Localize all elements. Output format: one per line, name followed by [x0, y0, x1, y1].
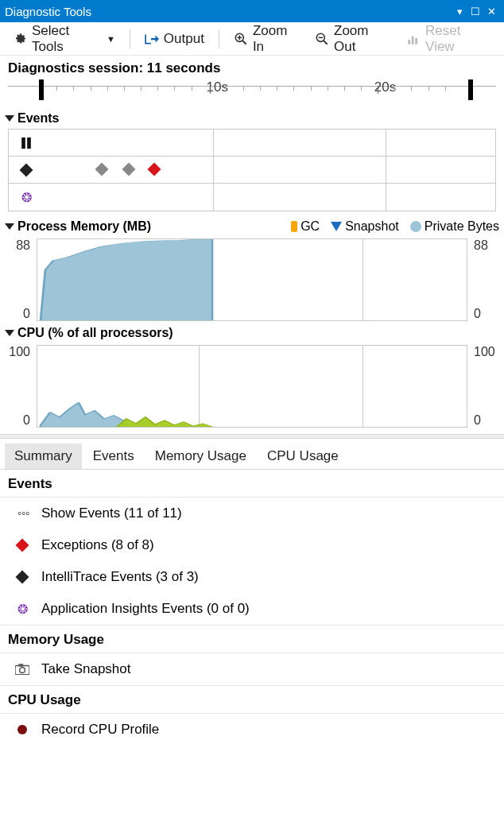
- timeline-ruler[interactable]: 10s 20s: [8, 79, 496, 108]
- maximize-icon[interactable]: ☐: [467, 6, 483, 17]
- svg-rect-8: [412, 36, 414, 44]
- memory-section-title: Process Memory (MB): [17, 219, 151, 234]
- chart-icon: [406, 32, 421, 46]
- cpu-y-max-r: 100: [474, 345, 495, 359]
- cpu-y-min: 0: [23, 413, 30, 428]
- zoom-in-icon: [234, 32, 248, 46]
- cpu-y-max: 100: [9, 345, 30, 359]
- zoom-in-button[interactable]: Zoom In: [229, 20, 305, 58]
- summary-memory-title: Memory Usage: [0, 625, 504, 653]
- record-icon: [14, 725, 30, 734]
- output-button[interactable]: Output: [140, 28, 209, 50]
- output-label: Output: [164, 31, 204, 47]
- selection-end-handle[interactable]: [468, 79, 473, 100]
- gc-legend-label: GC: [300, 219, 320, 234]
- memory-section-header[interactable]: Process Memory (MB) GC Snapshot Private …: [0, 216, 504, 235]
- svg-rect-11: [27, 138, 31, 149]
- memory-chart[interactable]: 880 880: [8, 237, 496, 321]
- record-cpu-link[interactable]: Record CPU Profile: [0, 714, 504, 746]
- caret-down-icon: [5, 115, 14, 122]
- zoom-out-icon: [315, 32, 329, 46]
- take-snapshot-label: Take Snapshot: [41, 661, 130, 677]
- reset-view-label: Reset View: [425, 23, 491, 55]
- zoom-in-label: Zoom In: [253, 23, 300, 55]
- window-options-icon[interactable]: ▾: [452, 6, 467, 17]
- memory-legend: GC Snapshot Private Bytes: [291, 219, 499, 234]
- mem-y-min: 0: [23, 307, 30, 321]
- intellitrace-events-lane[interactable]: [44, 157, 495, 184]
- chevron-down-icon: ▼: [107, 34, 115, 44]
- session-label: Diagnostics session: 11 seconds: [0, 56, 504, 79]
- cpu-chart[interactable]: 1000 1000: [8, 343, 496, 428]
- window-title: Diagnostic Tools: [5, 5, 452, 18]
- close-icon[interactable]: ✕: [483, 6, 499, 17]
- record-cpu-label: Record CPU Profile: [41, 722, 159, 738]
- events-section-header[interactable]: Events: [0, 108, 504, 127]
- zoom-out-button[interactable]: Zoom Out: [310, 20, 397, 58]
- show-events-label: Show Events (11 of 11): [41, 505, 182, 521]
- caret-down-icon: [5, 330, 14, 336]
- mem-y-min-r: 0: [474, 307, 481, 321]
- summary-events-title: Events: [0, 470, 504, 498]
- detail-tabbar: Summary Events Memory Usage CPU Usage: [0, 439, 504, 470]
- snapshot-legend-icon: [331, 222, 342, 231]
- cpu-plot-area[interactable]: [37, 345, 467, 428]
- intellitrace-link[interactable]: IntelliTrace Events (3 of 3): [0, 561, 504, 593]
- intellitrace-label: IntelliTrace Events (3 of 3): [41, 569, 199, 585]
- pause-icon[interactable]: [9, 130, 44, 157]
- select-tools-button[interactable]: Select Tools ▼: [8, 20, 120, 58]
- mem-y-max-r: 88: [474, 238, 488, 253]
- snapshot-legend-label: Snapshot: [345, 219, 399, 234]
- svg-line-1: [242, 41, 246, 45]
- event-marker[interactable]: [95, 163, 109, 176]
- svg-point-14: [20, 668, 25, 673]
- toolbar: Select Tools ▼ Output Zoom In Zoom Out R…: [0, 22, 504, 56]
- break-events-lane[interactable]: [44, 130, 495, 157]
- app-insights-lane[interactable]: [44, 184, 495, 211]
- bulb-icon: ❂: [14, 602, 30, 617]
- summary-cpu-title: CPU Usage: [0, 685, 504, 714]
- toolbar-separator: [219, 29, 219, 48]
- exceptions-label: Exceptions (8 of 8): [41, 537, 154, 553]
- svg-rect-7: [408, 40, 410, 45]
- tab-cpu[interactable]: CPU Usage: [258, 443, 348, 469]
- reset-view-button[interactable]: Reset View: [401, 20, 496, 58]
- camera-icon: [14, 664, 30, 675]
- event-marker[interactable]: [122, 163, 136, 176]
- take-snapshot-link[interactable]: Take Snapshot: [0, 653, 504, 685]
- memory-plot-area[interactable]: [37, 238, 467, 321]
- toolbar-separator: [130, 29, 130, 48]
- tab-memory[interactable]: Memory Usage: [145, 443, 256, 469]
- exceptions-link[interactable]: Exceptions (8 of 8): [0, 529, 504, 561]
- bulb-icon[interactable]: ❂: [9, 184, 44, 211]
- svg-rect-10: [21, 138, 25, 149]
- svg-line-5: [324, 41, 328, 45]
- svg-rect-9: [415, 37, 417, 44]
- diamond-black-icon: [14, 572, 30, 582]
- select-tools-label: Select Tools: [32, 23, 102, 55]
- events-section-title: Events: [17, 111, 59, 126]
- caret-down-icon: [5, 223, 14, 230]
- svg-rect-13: [19, 664, 24, 666]
- gc-legend-icon: [291, 221, 297, 232]
- diamond-red-icon: [14, 540, 30, 550]
- app-insights-label: Application Insights Events (0 of 0): [41, 601, 250, 617]
- chevrons-icon: ∘∘∘: [14, 508, 30, 519]
- tab-events[interactable]: Events: [83, 443, 144, 469]
- privatebytes-legend-label: Private Bytes: [425, 219, 499, 234]
- exception-marker[interactable]: [148, 163, 161, 176]
- cpu-y-min-r: 0: [474, 413, 481, 428]
- summary-panel: Events ∘∘∘ Show Events (11 of 11) Except…: [0, 470, 504, 746]
- diamond-black-icon[interactable]: [9, 157, 44, 184]
- gear-icon: [13, 32, 27, 46]
- privatebytes-legend-icon: [410, 221, 421, 232]
- app-insights-link[interactable]: ❂ Application Insights Events (0 of 0): [0, 593, 504, 625]
- events-lanes: ❂: [8, 129, 496, 211]
- cpu-section-header[interactable]: CPU (% of all processors): [0, 323, 504, 342]
- cpu-section-title: CPU (% of all processors): [17, 326, 173, 340]
- show-events-link[interactable]: ∘∘∘ Show Events (11 of 11): [0, 498, 504, 529]
- selection-start-handle[interactable]: [39, 79, 44, 100]
- output-arrow-icon: [145, 32, 159, 46]
- tab-summary[interactable]: Summary: [5, 443, 82, 469]
- mem-y-max: 88: [16, 238, 30, 253]
